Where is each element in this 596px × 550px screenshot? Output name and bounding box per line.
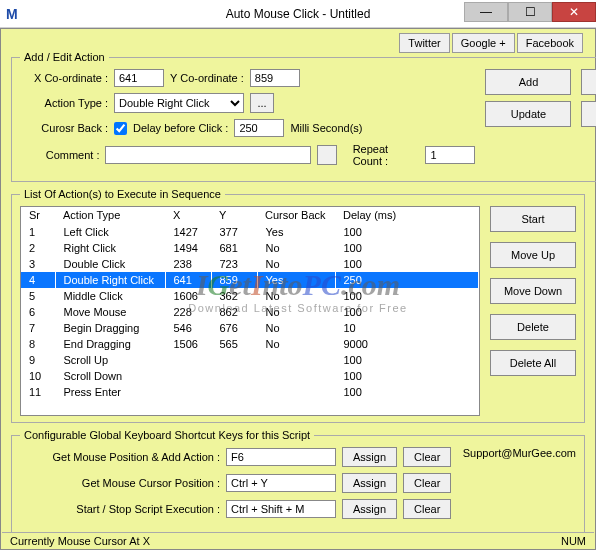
delay-input[interactable] bbox=[234, 119, 284, 137]
comment-label: Comment : bbox=[20, 149, 99, 161]
action-list-fieldset: List Of Action(s) to Execute in Sequence… bbox=[11, 188, 585, 423]
col-y[interactable]: Y bbox=[211, 207, 257, 224]
move-up-button[interactable]: Move Up bbox=[490, 242, 576, 268]
cursor-back-label: Curosr Back : bbox=[20, 122, 108, 134]
numlock-indicator: NUM bbox=[561, 535, 586, 547]
titlebar: M Auto Mouse Click - Untitled — ☐ ✕ bbox=[0, 0, 596, 28]
comment-input[interactable] bbox=[105, 146, 310, 164]
table-row[interactable]: 4Double Right Click641859Yes250 bbox=[21, 272, 479, 288]
add-edit-legend: Add / Edit Action bbox=[20, 51, 109, 63]
twitter-button[interactable]: Twitter bbox=[399, 33, 449, 53]
cursor-position-status: Currently Mouse Cursor At X bbox=[10, 535, 150, 547]
clear-button[interactable]: Clear bbox=[403, 499, 451, 519]
col-cursor-back[interactable]: Cursor Back bbox=[257, 207, 335, 224]
col-action-type[interactable]: Action Type bbox=[55, 207, 165, 224]
table-row[interactable]: 8End Dragging1506565No9000 bbox=[21, 336, 479, 352]
close-button[interactable]: ✕ bbox=[552, 2, 596, 22]
delete-all-button[interactable]: Delete All bbox=[490, 350, 576, 376]
add-edit-fieldset: Add / Edit Action X Co-ordinate : Y Co-o… bbox=[11, 51, 596, 182]
move-down-button[interactable]: Move Down bbox=[490, 278, 576, 304]
clear-button[interactable]: Clear bbox=[403, 473, 451, 493]
shortcut-label: Start / Stop Script Execution : bbox=[20, 503, 220, 515]
shortcuts-fieldset: Configurable Global Keyboard Shortcut Ke… bbox=[11, 429, 585, 534]
google-plus-button[interactable]: Google + bbox=[452, 33, 515, 53]
shortcut-label: Get Mouse Cursor Position : bbox=[20, 477, 220, 489]
col-x[interactable]: X bbox=[165, 207, 211, 224]
update-button[interactable]: Update bbox=[485, 101, 571, 127]
action-type-label: Action Type : bbox=[20, 97, 108, 109]
delete-button[interactable]: Delete bbox=[490, 314, 576, 340]
assign-button[interactable]: Assign bbox=[342, 447, 397, 467]
shortcut-input[interactable] bbox=[226, 500, 336, 518]
action-type-more-button[interactable]: ... bbox=[250, 93, 274, 113]
table-row[interactable]: 6Move Mouse228862No100 bbox=[21, 304, 479, 320]
shortcut-input[interactable] bbox=[226, 448, 336, 466]
facebook-button[interactable]: Facebook bbox=[517, 33, 583, 53]
action-type-select[interactable]: Double Right Click bbox=[114, 93, 244, 113]
action-table[interactable]: Sr Action Type X Y Cursor Back Delay (ms… bbox=[20, 206, 480, 416]
cursor-back-checkbox[interactable] bbox=[114, 122, 127, 135]
assign-button[interactable]: Assign bbox=[342, 499, 397, 519]
table-row[interactable]: 3Double Click238723No100 bbox=[21, 256, 479, 272]
shortcut-input[interactable] bbox=[226, 474, 336, 492]
xcoord-label: X Co-ordinate : bbox=[20, 72, 108, 84]
action-list-legend: List Of Action(s) to Execute in Sequence bbox=[20, 188, 225, 200]
save-button[interactable]: Save bbox=[581, 101, 596, 127]
table-row[interactable]: 1Left Click1427377Yes100 bbox=[21, 224, 479, 241]
start-button[interactable]: Start bbox=[490, 206, 576, 232]
ycoord-label: Y Co-ordinate : bbox=[170, 72, 244, 84]
maximize-button[interactable]: ☐ bbox=[508, 2, 552, 22]
table-row[interactable]: 9Scroll Up100 bbox=[21, 352, 479, 368]
support-email: Support@MurGee.com bbox=[463, 447, 576, 459]
xcoord-input[interactable] bbox=[114, 69, 164, 87]
shortcuts-legend: Configurable Global Keyboard Shortcut Ke… bbox=[20, 429, 314, 441]
app-icon: M bbox=[6, 6, 22, 22]
delay-units: Milli Second(s) bbox=[290, 122, 362, 134]
load-button[interactable]: Load bbox=[581, 69, 596, 95]
table-row[interactable]: 11Press Enter100 bbox=[21, 384, 479, 400]
assign-button[interactable]: Assign bbox=[342, 473, 397, 493]
shortcut-label: Get Mouse Position & Add Action : bbox=[20, 451, 220, 463]
delay-label: Delay before Click : bbox=[133, 122, 228, 134]
minimize-button[interactable]: — bbox=[464, 2, 508, 22]
table-row[interactable]: 2Right Click1494681No100 bbox=[21, 240, 479, 256]
table-row[interactable]: 5Middle Click1606362No100 bbox=[21, 288, 479, 304]
ycoord-input[interactable] bbox=[250, 69, 300, 87]
status-bar: Currently Mouse Cursor At X NUM bbox=[2, 532, 594, 548]
col-delay[interactable]: Delay (ms) bbox=[335, 207, 479, 224]
window-title: Auto Mouse Click - Untitled bbox=[226, 7, 371, 21]
add-button[interactable]: Add bbox=[485, 69, 571, 95]
comment-picker-button[interactable] bbox=[317, 145, 337, 165]
col-sr[interactable]: Sr bbox=[21, 207, 55, 224]
table-row[interactable]: 10Scroll Down100 bbox=[21, 368, 479, 384]
table-row[interactable]: 7Begin Dragging546676No10 bbox=[21, 320, 479, 336]
repeat-count-input[interactable] bbox=[425, 146, 475, 164]
repeat-count-label: Repeat Count : bbox=[353, 143, 420, 167]
clear-button[interactable]: Clear bbox=[403, 447, 451, 467]
